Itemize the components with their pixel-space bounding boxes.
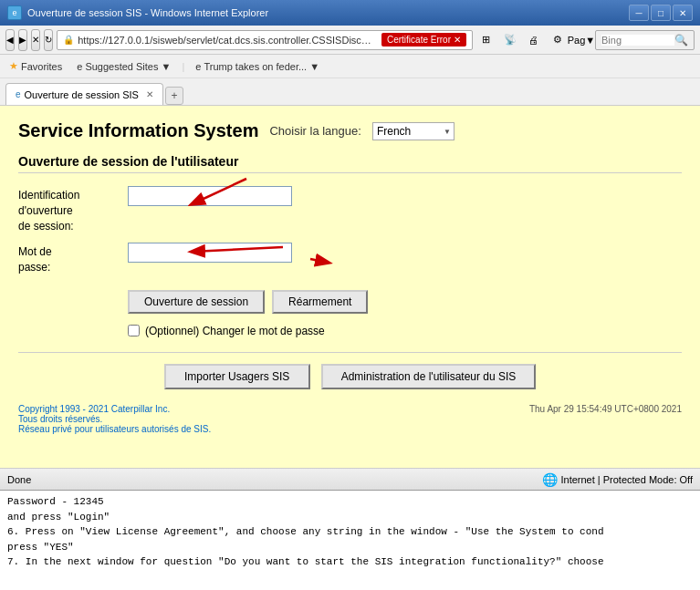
private-net-text: Réseau privé pour utilisateurs autorisés… [18, 424, 682, 434]
refresh-button[interactable]: ↻ [44, 29, 53, 51]
suggested-sites-icon: e [77, 61, 82, 72]
password-row: Mot de passe: [18, 243, 682, 275]
tab-close-button[interactable]: ✕ [146, 89, 153, 99]
search-input[interactable] [601, 35, 674, 46]
tab-icon: e [16, 89, 21, 99]
login-form: Identification d'ouverture de session: M… [18, 186, 682, 275]
trump-item[interactable]: e Trump takes on feder... ▼ [192, 60, 323, 73]
checkbox-row: (Optionnel) Changer le mot de passe [128, 325, 682, 337]
print-button[interactable]: 🖨 [524, 30, 544, 50]
lang-select[interactable]: French English [372, 122, 454, 140]
cert-error-x: ✕ [454, 35, 461, 45]
footer: Thu Apr 29 15:54:49 UTC+0800 2021 Copyri… [18, 404, 682, 434]
reset-button[interactable]: Réarmement [272, 290, 368, 314]
title-bar-controls[interactable]: ─ □ ✕ [629, 5, 693, 21]
address-text: https://127.0.0.1/sisweb/servlet/cat.dcs… [78, 35, 374, 46]
status-zone-text: Internet | Protected Mode: Off [560, 474, 693, 485]
bottom-buttons: Importer Usagers SIS Administration de l… [18, 364, 682, 389]
favorites-button[interactable]: ★ Favorites [5, 59, 66, 73]
login-button[interactable]: Ouverture de session [128, 290, 265, 314]
username-row: Identification d'ouverture de session: [18, 186, 682, 233]
compatibility-button[interactable]: ⊞ [476, 30, 496, 50]
trump-icon: e [195, 61, 201, 72]
admin-button[interactable]: Administration de l'utilisateur du SIS [321, 364, 537, 389]
favorites-bar: ★ Favorites e Suggested Sites ▼ | e Trum… [0, 55, 700, 78]
footer-right: Thu Apr 29 15:54:49 UTC+0800 2021 [529, 404, 682, 414]
suggested-sites-label: Suggested Sites ▼ [85, 61, 171, 72]
rights-text: Tous droits réservés. [18, 414, 682, 424]
new-tab-button[interactable]: + [165, 87, 183, 105]
page-header: Service Information System Choisir la la… [18, 120, 682, 141]
address-bar[interactable]: 🔒 https://127.0.0.1/sisweb/servlet/cat.d… [57, 30, 473, 50]
fav-divider: | [182, 61, 184, 72]
bottom-line-4: press "YES" [7, 540, 693, 555]
trump-label: Trump takes on feder... ▼ [204, 61, 319, 72]
lock-icon: 🔒 [63, 35, 74, 45]
section-divider [18, 352, 682, 353]
page-content: Service Information System Choisir la la… [0, 106, 700, 468]
lang-label: Choisir la langue: [269, 124, 360, 138]
username-label: Identification d'ouverture de session: [18, 186, 128, 233]
nav-icons: ⊞ 📡 🖨 ⚙ Pag▼ [476, 30, 591, 50]
bottom-line-3: 6. Press on "View License Agreement", an… [7, 524, 693, 540]
change-password-label: (Optionnel) Changer le mot de passe [145, 325, 325, 337]
tabs-bar: e Ouverture de session SIS ✕ + [0, 78, 700, 106]
ie-icon: e [7, 5, 22, 20]
password-label: Mot de passe: [18, 243, 128, 275]
page-menu-button[interactable]: Pag▼ [571, 30, 591, 50]
search-bar[interactable]: 🔍 [595, 30, 695, 50]
favorites-star: ★ [9, 60, 18, 72]
title-bar: e Ouverture de session SIS - Windows Int… [0, 0, 700, 26]
title-bar-left: e Ouverture de session SIS - Windows Int… [7, 5, 268, 20]
cert-error-text: Certificate Error [387, 35, 451, 45]
window-title: Ouverture de session SIS - Windows Inter… [27, 7, 268, 18]
status-done: Done [7, 474, 535, 485]
lang-select-wrapper[interactable]: French English [372, 122, 454, 140]
browser-window: e Ouverture de session SIS - Windows Int… [0, 0, 700, 590]
bottom-line-1: Password - 12345 [7, 494, 693, 510]
tab-label: Ouverture de session SIS [25, 89, 139, 100]
close-button[interactable]: ✕ [673, 5, 693, 21]
tab-sis[interactable]: e Ouverture de session SIS ✕ [5, 83, 163, 105]
stop-button[interactable]: ✕ [31, 29, 40, 51]
back-button[interactable]: ◀ [5, 29, 15, 51]
forward-button[interactable]: ▶ [18, 29, 27, 51]
search-icon[interactable]: 🔍 [674, 34, 688, 47]
nav-bar: ◀ ▶ ✕ ↻ 🔒 https://127.0.0.1/sisweb/servl… [0, 26, 700, 55]
suggested-sites[interactable]: e Suggested Sites ▼ [73, 60, 174, 73]
bottom-line-5: 7. In the next window for question "Do y… [7, 554, 693, 570]
minimize-button[interactable]: ─ [629, 5, 649, 21]
rss-button[interactable]: 📡 [500, 30, 520, 50]
favorites-label: Favorites [21, 61, 62, 72]
app-title: Service Information System [18, 120, 258, 141]
change-password-checkbox[interactable] [128, 325, 140, 336]
bottom-line-2: and press "Login" [7, 510, 693, 525]
status-right: 🌐 Internet | Protected Mode: Off [542, 472, 693, 487]
section-title: Ouverture de session de l'utilisateur [18, 154, 682, 173]
import-button[interactable]: Importer Usagers SIS [164, 364, 310, 389]
settings-button[interactable]: ⚙ [548, 30, 568, 50]
status-bar: Done 🌐 Internet | Protected Mode: Off [0, 468, 700, 490]
username-input[interactable] [128, 186, 292, 206]
content-and-bottom: Service Information System Choisir la la… [0, 106, 700, 590]
cert-error-badge[interactable]: Certificate Error ✕ [381, 33, 466, 47]
bottom-panel: Password - 12345 and press "Login" 6. Pr… [0, 490, 700, 590]
form-actions: Ouverture de session Réarmement [128, 290, 682, 314]
main-area: Service Information System Choisir la la… [0, 106, 700, 590]
status-zone: 🌐 Internet | Protected Mode: Off [542, 472, 693, 487]
globe-icon: 🌐 [542, 472, 558, 487]
restore-button[interactable]: □ [651, 5, 671, 21]
password-input[interactable] [128, 243, 292, 263]
